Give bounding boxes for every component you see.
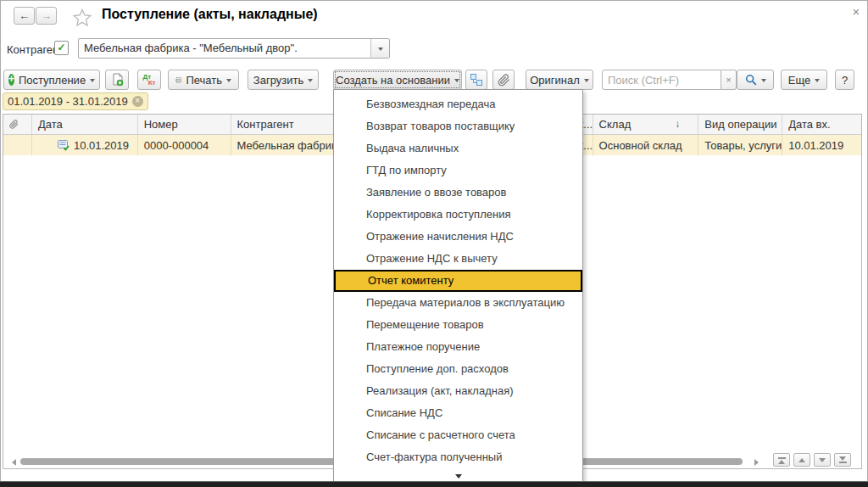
print-label: Печать <box>186 74 222 87</box>
original-label: Оригинал <box>530 74 580 87</box>
new-receipt-button[interactable]: + Поступление <box>3 70 100 90</box>
more-button[interactable]: Еще <box>781 70 827 90</box>
row-navigation-buttons <box>773 453 851 467</box>
counterparty-value: Мебельная фабрика - "Мебельный двор". <box>79 39 370 58</box>
column-header-warehouse[interactable]: Склад ↓ <box>593 115 699 134</box>
taskbar-strip <box>0 481 868 487</box>
go-next-row-button[interactable] <box>814 453 831 467</box>
menu-item-3[interactable]: Выдача наличных <box>334 137 582 160</box>
menu-item-7[interactable]: Отражение начисления НДС <box>334 226 582 248</box>
go-last-row-button[interactable] <box>834 453 851 467</box>
menu-item-5[interactable]: Заявление о ввозе товаров <box>334 182 582 204</box>
create-from-label: Создать на основании <box>336 74 450 87</box>
menu-item-10[interactable]: Передача материалов в эксплуатацию <box>334 292 582 314</box>
more-label: Еще <box>788 74 810 87</box>
favorite-star-icon[interactable] <box>72 8 92 27</box>
cell-date: 10.01.2019 <box>32 135 138 155</box>
dtkt-postings-button[interactable]: Дт Кт <box>137 70 161 90</box>
menu-item-14[interactable]: Реализация (акт, накладная) <box>334 380 582 402</box>
attachment-column-header[interactable] <box>3 115 32 134</box>
menu-item-11[interactable]: Перемещение товаров <box>334 314 582 336</box>
new-receipt-label: Поступление <box>19 74 86 87</box>
menu-item-8[interactable]: Отражение НДС к вычету <box>334 248 582 270</box>
chevron-down-icon <box>226 79 231 85</box>
search-icon <box>745 74 757 86</box>
scroll-right-icon[interactable] <box>754 459 762 466</box>
help-label: ? <box>842 74 848 87</box>
cell-number: 0000-000004 <box>138 135 231 155</box>
column-header-number[interactable]: Номер <box>138 115 231 134</box>
counterparty-dropdown-button[interactable] <box>370 39 389 58</box>
menu-item-9[interactable]: Отчет комитенту <box>334 270 582 292</box>
cell-operation: Товары, услуги, ... <box>698 135 782 155</box>
load-button[interactable]: Загрузить <box>248 70 319 90</box>
app-window: ← → Поступление (акты, накладные) × Конт… <box>0 0 868 487</box>
paperclip-icon <box>9 120 19 129</box>
remove-filter-icon[interactable]: × <box>132 96 143 107</box>
menu-item-13[interactable]: Поступление доп. расходов <box>334 358 582 380</box>
scroll-left-icon[interactable] <box>8 459 16 466</box>
help-button[interactable]: ? <box>835 70 854 90</box>
close-icon[interactable]: × <box>849 4 864 20</box>
back-arrow-icon: ← <box>19 9 30 22</box>
copy-document-button[interactable] <box>105 70 129 90</box>
page-title: Поступление (акты, накладные) <box>102 7 318 22</box>
menu-item-16[interactable]: Списание с расчетного счета <box>334 424 582 446</box>
menu-scroll-more[interactable] <box>334 472 582 481</box>
go-previous-row-button[interactable] <box>793 453 810 467</box>
copy-document-icon <box>111 73 124 87</box>
forward-arrow-icon: → <box>41 9 52 22</box>
structure-icon <box>470 73 483 87</box>
scroll-down-icon <box>455 474 462 479</box>
chevron-down-icon <box>454 79 459 85</box>
check-icon: ✓ <box>57 42 65 53</box>
dtkt-icon: Дт Кт <box>143 74 156 86</box>
menu-item-2[interactable]: Возврат товаров поставщику <box>334 115 582 137</box>
menu-item-15[interactable]: Списание НДС <box>334 402 582 424</box>
attachments-button[interactable] <box>492 70 515 90</box>
menu-item-1[interactable]: Безвозмездная передача <box>334 93 582 115</box>
sort-descending-icon: ↓ <box>675 115 680 134</box>
search-group: × <box>602 70 737 90</box>
related-documents-button[interactable] <box>465 70 487 90</box>
chevron-down-icon <box>761 79 766 85</box>
plus-icon: + <box>8 74 14 86</box>
cell-attachment <box>3 135 32 155</box>
column-header-date-in[interactable]: Дата вх. <box>782 115 861 134</box>
back-button[interactable]: ← <box>14 7 35 25</box>
menu-item-17[interactable]: Счет-фактура полученный <box>334 446 582 468</box>
menu-items: Безвозмездная передачаВозврат товаров по… <box>334 90 582 482</box>
chevron-down-icon <box>584 79 589 85</box>
column-header-date[interactable]: Дата <box>32 115 138 134</box>
cell-warehouse: Основной склад <box>593 135 699 155</box>
period-filter-label: 01.01.2019 - 31.01.2019 <box>8 95 128 108</box>
menu-item-6[interactable]: Корректировка поступления <box>334 204 582 226</box>
menu-item-4[interactable]: ГТД по импорту <box>334 160 582 182</box>
load-label: Загрузить <box>253 74 303 87</box>
printer-icon <box>175 74 181 87</box>
paperclip-icon <box>498 74 510 87</box>
chevron-down-icon <box>90 79 95 85</box>
posted-document-icon <box>58 140 70 151</box>
search-clear-button[interactable]: × <box>721 70 737 90</box>
counterparty-combobox[interactable]: Мебельная фабрика - "Мебельный двор". <box>78 38 390 59</box>
forward-button[interactable]: → <box>36 7 57 25</box>
chevron-down-icon <box>378 48 383 53</box>
chevron-down-icon <box>308 79 313 85</box>
column-header-operation[interactable]: Вид операции <box>698 115 782 134</box>
chevron-down-icon <box>815 79 820 85</box>
go-first-row-button[interactable] <box>773 453 790 467</box>
original-button[interactable]: Оригинал <box>526 70 593 90</box>
menu-item-12[interactable]: Платежное поручение <box>334 336 582 358</box>
search-settings-button[interactable] <box>737 70 774 90</box>
create-from-dropdown-menu: Безвозмездная передачаВозврат товаров по… <box>333 89 583 482</box>
cell-date-in: 10.01.2019 <box>782 135 861 155</box>
counterparty-checkbox[interactable]: ✓ <box>54 41 69 55</box>
print-button[interactable]: Печать <box>168 70 239 90</box>
period-filter-tag[interactable]: 01.01.2019 - 31.01.2019 × <box>3 92 148 110</box>
create-from-button[interactable]: Создать на основании <box>333 70 462 90</box>
search-input[interactable] <box>602 70 721 90</box>
